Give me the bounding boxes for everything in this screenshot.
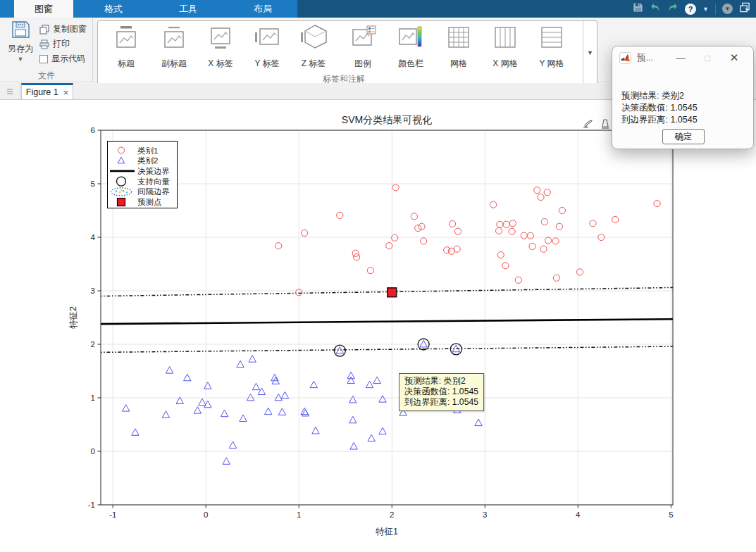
gallery-item-title[interactable]: 标题 xyxy=(104,23,149,70)
class2-point xyxy=(240,415,247,422)
print-button[interactable]: 打印 xyxy=(39,37,93,51)
show-code-label: 显示代码 xyxy=(51,53,85,65)
show-code-checkbox[interactable]: 显示代码 xyxy=(39,52,93,65)
file-section-label: 文件 xyxy=(0,70,93,82)
legend-margin-dot xyxy=(126,192,128,193)
class1-point xyxy=(497,251,504,258)
class2-point xyxy=(379,427,386,434)
y-tick-label: 1 xyxy=(91,394,95,402)
class1-point xyxy=(367,268,373,274)
legend-label: 类别1 xyxy=(137,146,158,155)
class2-point xyxy=(373,377,380,384)
ribbon-tab-format[interactable]: 格式 xyxy=(80,0,147,18)
ribbon-tab-tools[interactable]: 工具 xyxy=(155,0,221,18)
class1-point xyxy=(509,220,516,227)
legend-margin-dot xyxy=(119,192,120,193)
help-icon[interactable]: ? xyxy=(685,4,696,15)
class2-point xyxy=(350,443,357,450)
class2-point xyxy=(275,394,282,401)
boundary-lines xyxy=(101,287,673,352)
panel-menu-icon[interactable] xyxy=(0,83,20,99)
class2-point xyxy=(312,427,319,434)
save-as-button[interactable]: 另存为 ▼ xyxy=(4,20,37,71)
x-tick-label: 2 xyxy=(390,510,394,519)
redo-icon[interactable] xyxy=(667,3,678,15)
prediction-point xyxy=(388,288,397,297)
series-类别1 xyxy=(275,184,661,296)
class1-point xyxy=(497,221,503,227)
class2-point xyxy=(247,394,254,401)
prediction-tooltip: 预测结果: 类别2 决策函数值: 1.0545 到边界距离: 1.0545 xyxy=(399,373,484,411)
dialog-minimize-icon[interactable]: — xyxy=(670,53,691,63)
class2-point xyxy=(475,419,482,426)
dialog-title: 预... xyxy=(637,52,664,64)
gallery-item-subtitle[interactable]: 副标题 xyxy=(151,23,197,70)
legend-margin-dot xyxy=(120,189,122,191)
class1-point xyxy=(502,263,509,269)
x-tick-label: 1 xyxy=(297,510,301,519)
gallery-item-grid[interactable]: 网格 xyxy=(436,23,481,70)
ribbon-tab-layout[interactable]: 布局 xyxy=(230,0,296,18)
undo-icon[interactable] xyxy=(650,3,661,15)
legend-label: 支持向量 xyxy=(137,177,171,186)
class1-point xyxy=(509,228,515,234)
class2-point xyxy=(249,356,256,363)
dialog-title-bar[interactable]: 预... — □ ✕ xyxy=(612,46,753,69)
figure-tab-close-icon[interactable]: × xyxy=(63,88,69,97)
gallery-item-colorbar[interactable]: 颜色栏 xyxy=(388,23,433,70)
legend-margin-dot xyxy=(116,190,117,192)
class1-point xyxy=(503,221,509,227)
legend[interactable]: 类别1类别2决策边界支持向量间隔边界预测点 xyxy=(108,142,178,208)
figure-tab-label: Figure 1 xyxy=(26,87,58,97)
help-dropdown-icon[interactable]: ▼ xyxy=(702,6,709,13)
dialog-maximize-icon[interactable]: □ xyxy=(697,53,718,63)
dialog-ok-button[interactable]: 确定 xyxy=(662,129,705,144)
y-tick-label: 3 xyxy=(91,287,95,295)
gallery-item-xgrid[interactable]: X 网格 xyxy=(483,23,528,70)
undock-icon[interactable] xyxy=(739,2,750,15)
class1-point xyxy=(527,232,533,239)
class1-point xyxy=(454,228,461,234)
class1-point xyxy=(559,207,565,213)
class2-point xyxy=(166,367,173,374)
brush-icon[interactable] xyxy=(599,118,612,132)
class2-point xyxy=(132,429,139,436)
x-tick-label: -1 xyxy=(109,510,116,519)
class2-point xyxy=(347,372,354,379)
class1-point xyxy=(556,223,562,230)
y-tick-label: 0 xyxy=(91,447,95,456)
legend-margin-dot xyxy=(123,190,124,192)
legend-marker-prediction xyxy=(118,199,125,206)
x-tick-label: 0 xyxy=(204,510,208,519)
class2-point xyxy=(252,383,259,390)
figure-plot[interactable]: -1012345-10123456SVM分类结果可视化特征1特征2类别1类别2决… xyxy=(0,100,756,552)
copy-figure-button[interactable]: 复制图窗 xyxy=(39,23,93,36)
gallery-item-ylabel[interactable]: Y 标签 xyxy=(244,23,290,70)
dialog-close-icon[interactable]: ✕ xyxy=(724,51,745,64)
gallery-item-legend[interactable]: 图例 xyxy=(340,23,385,70)
ribbon-tab-figure[interactable]: 图窗 xyxy=(14,0,73,18)
class1-point xyxy=(449,220,455,227)
checkbox-icon[interactable] xyxy=(39,55,48,63)
gallery-item-xlabel[interactable]: X 标签 xyxy=(198,23,243,70)
class2-point xyxy=(184,374,191,381)
class1-point xyxy=(392,234,398,241)
gallery-item-ygrid[interactable]: Y 网格 xyxy=(529,23,574,70)
class2-point xyxy=(122,405,129,412)
user-dropdown-icon[interactable]: ▼ xyxy=(722,4,733,14)
save-as-caret-icon[interactable]: ▼ xyxy=(4,56,37,63)
dialog-line-distance: 到边界距离: 1.0545 xyxy=(621,115,698,125)
figure-tab[interactable]: Figure 1 × xyxy=(21,83,73,99)
edit-plot-icon[interactable] xyxy=(582,118,595,132)
y-tick-label: 6 xyxy=(91,126,95,134)
save-icon[interactable] xyxy=(633,2,643,15)
dialog-body: 预测结果: 类别2 决策函数值: 1.0545 到边界距离: 1.0545 xyxy=(621,91,698,127)
class2-point xyxy=(237,360,244,368)
x-tick-label: 3 xyxy=(483,510,487,519)
class1-point xyxy=(576,269,583,275)
class2-point xyxy=(368,434,375,441)
class1-point xyxy=(552,238,559,244)
gallery-item-zlabel[interactable]: Z 标签 xyxy=(291,23,336,70)
matlab-logo-icon xyxy=(619,52,631,64)
class1-point xyxy=(337,212,343,218)
